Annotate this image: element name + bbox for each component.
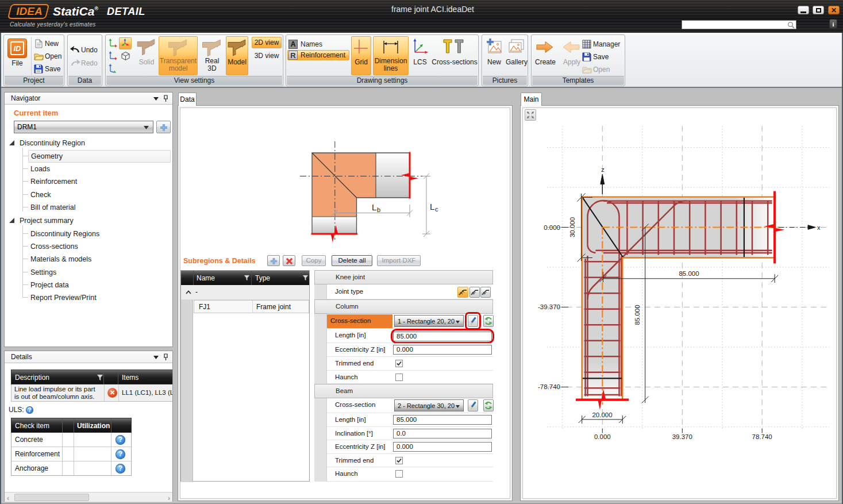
svg-text:85.000: 85.000 <box>679 270 699 277</box>
svg-text:78.740: 78.740 <box>752 433 772 440</box>
svg-text:0.000: 0.000 <box>544 224 560 231</box>
svg-text:-78.740: -78.740 <box>538 383 560 390</box>
svg-text:L: L <box>372 202 376 212</box>
svg-text:30.000: 30.000 <box>569 217 576 237</box>
svg-text:20.000: 20.000 <box>592 411 612 418</box>
svg-text:b: b <box>377 206 380 213</box>
svg-text:0.000: 0.000 <box>594 433 611 440</box>
svg-text:x: x <box>817 224 821 231</box>
svg-text:-39.370: -39.370 <box>538 303 560 310</box>
svg-text:L: L <box>430 202 434 211</box>
svg-text:85.000: 85.000 <box>634 305 641 325</box>
svg-text:c: c <box>435 206 438 213</box>
svg-text:39.370: 39.370 <box>672 433 692 440</box>
svg-text:z: z <box>601 166 605 173</box>
